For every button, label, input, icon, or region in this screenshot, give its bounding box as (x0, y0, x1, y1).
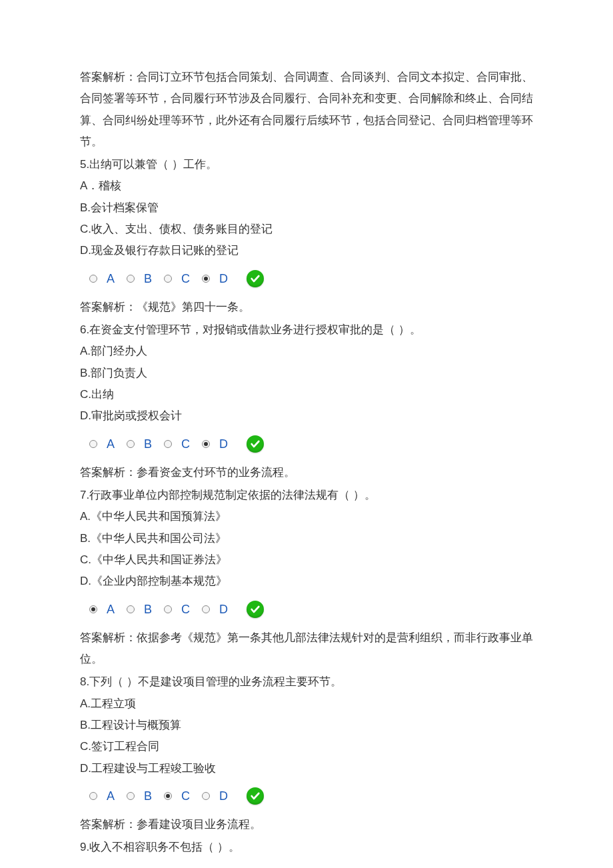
q6-explanation: 答案解析：参看资金支付环节的业务流程。 (80, 462, 533, 483)
q7-explanation: 答案解析：依据参考《规范》第一条其他几部法律法规针对的是营利组织，而非行政事业单… (80, 627, 533, 671)
q6-answer-row: A B C D (89, 433, 533, 455)
q5-label-C: C (181, 267, 190, 290)
q8-label-A: A (107, 785, 115, 807)
q8-radio-B[interactable] (127, 792, 135, 800)
q7-optD: D.《企业内部控制基本规范》 (80, 571, 533, 592)
correct-check-icon (247, 435, 264, 453)
q5-answer-row: A B C D (89, 267, 533, 290)
correct-check-icon (247, 270, 264, 287)
q6-radio-C[interactable] (164, 440, 172, 448)
q5-label-D: D (219, 267, 228, 290)
q7-text: 7.行政事业单位内部控制规范制定依据的法律法规有（ ）。 (80, 485, 533, 506)
q6-optA: A.部门经办人 (80, 341, 533, 362)
q5-optD: D.现金及银行存款日记账的登记 (80, 240, 533, 261)
q5-radio-C[interactable] (164, 275, 172, 283)
q6-radio-D[interactable] (202, 440, 210, 448)
correct-check-icon (247, 601, 264, 618)
q8-radio-A[interactable] (89, 792, 97, 800)
correct-check-icon (247, 787, 264, 805)
q7-radio-A[interactable] (89, 605, 97, 613)
q5-optA: A．稽核 (80, 175, 533, 197)
q5-text: 5.出纳可以兼管（ ）工作。 (80, 154, 533, 175)
q7-answer-row: A B C D (89, 598, 533, 621)
q6-label-D: D (219, 433, 228, 455)
q6-optD: D.审批岗或授权会计 (80, 405, 533, 427)
q7-optC: C.《中华人民共和国证券法》 (80, 549, 533, 571)
q6-radio-B[interactable] (127, 440, 135, 448)
q8-answer-row: A B C D (89, 785, 533, 807)
q6-radio-A[interactable] (89, 440, 97, 448)
q7-label-A: A (107, 598, 115, 621)
q7-optA: A.《中华人民共和国预算法》 (80, 506, 533, 527)
q7-radio-D[interactable] (202, 605, 210, 613)
q8-label-D: D (219, 785, 228, 807)
q5-explanation: 答案解析：《规范》第四十一条。 (80, 297, 533, 318)
q8-radio-D[interactable] (202, 792, 210, 800)
q6-label-C: C (181, 433, 190, 455)
q7-label-B: B (144, 598, 152, 621)
q6-text: 6.在资金支付管理环节，对报销或借款业务进行授权审批的是（ ）。 (80, 319, 533, 341)
q8-optB: B.工程设计与概预算 (80, 715, 533, 736)
q8-label-C: C (181, 785, 190, 807)
q5-radio-A[interactable] (89, 275, 97, 283)
q7-optB: B.《中华人民共和国公司法》 (80, 528, 533, 549)
q5-radio-D[interactable] (202, 275, 210, 283)
q5-radio-B[interactable] (127, 275, 135, 283)
q6-optC: C.出纳 (80, 384, 533, 405)
q7-radio-C[interactable] (164, 605, 172, 613)
q7-label-C: C (181, 598, 190, 621)
q5-label-B: B (144, 267, 152, 290)
q5-optC: C.收入、支出、债权、债务账目的登记 (80, 219, 533, 240)
q8-optC: C.签订工程合同 (80, 736, 533, 757)
q6-label-B: B (144, 433, 152, 455)
q5-label-A: A (107, 267, 115, 290)
q7-label-D: D (219, 598, 228, 621)
q8-optD: D.工程建设与工程竣工验收 (80, 758, 533, 779)
q8-optA: A.工程立项 (80, 693, 533, 715)
q9-text: 9.收入不相容职务不包括（ ）。 (80, 837, 533, 858)
q8-label-B: B (144, 785, 152, 807)
q4-explanation: 答案解析：合同订立环节包括合同策划、合同调查、合同谈判、合同文本拟定、合同审批、… (80, 67, 533, 153)
q5-optB: B.会计档案保管 (80, 197, 533, 219)
q8-explanation: 答案解析：参看建设项目业务流程。 (80, 814, 533, 835)
q6-label-A: A (107, 433, 115, 455)
q6-optB: B.部门负责人 (80, 363, 533, 384)
q8-radio-C[interactable] (164, 792, 172, 800)
q8-text: 8.下列（ ）不是建设项目管理的业务流程主要环节。 (80, 671, 533, 693)
q7-radio-B[interactable] (127, 605, 135, 613)
